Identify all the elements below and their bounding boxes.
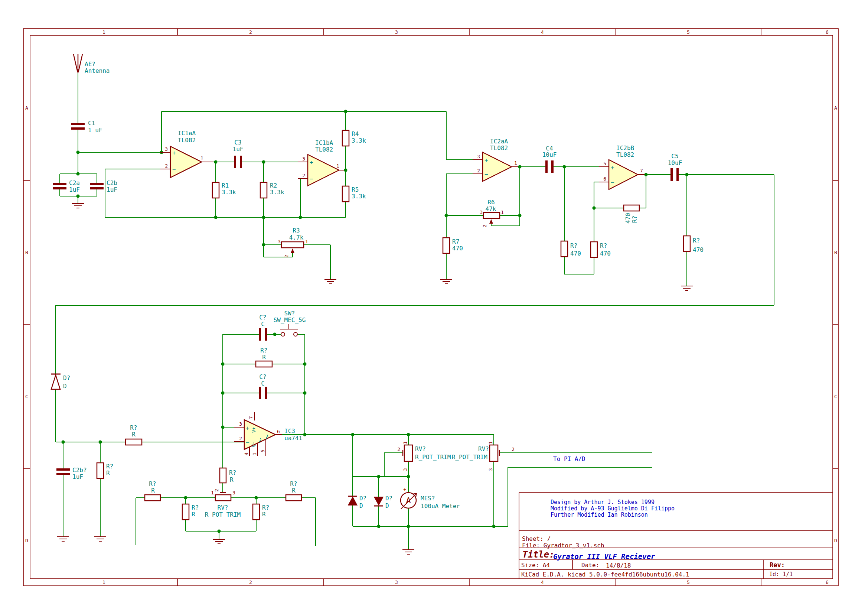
capacitor-cx1[interactable]: C? C bbox=[259, 314, 267, 340]
capacitor-c3[interactable]: C3 1uF bbox=[233, 139, 243, 168]
resistor-r-bottom-left-vertical[interactable]: R? R bbox=[182, 504, 198, 520]
opamp-ic1aa[interactable]: IC1aA TL082 3 2 1 + − bbox=[160, 130, 213, 177]
file-field: File: Gyradtor_3_v1.sch bbox=[522, 542, 604, 549]
opamp-ic3[interactable]: IC3 ua741 3 2 6 7 4 1 5 + − V+ V− bbox=[234, 412, 302, 456]
rvb-pin2: 2 bbox=[214, 489, 219, 492]
comment-line: Modified by A-93 Guglielmo Di Filippo bbox=[550, 505, 674, 512]
row-label: B bbox=[25, 250, 28, 255]
ic2bb-pin6: 6 bbox=[603, 176, 606, 182]
net-label-to-pi-ad: To PI A/D bbox=[553, 455, 586, 462]
rin-value: R bbox=[132, 431, 135, 438]
frame-row-labels: A B C D A B C D bbox=[25, 105, 837, 543]
diode-d0[interactable]: D? D bbox=[51, 374, 70, 390]
rin-ref: R? bbox=[130, 424, 137, 431]
trimpot-rv2-vertical[interactable]: 1 3 2 RV? R_POT_TRIM bbox=[452, 441, 515, 471]
meter-plus: + bbox=[403, 487, 406, 492]
resistor-r-bottom-left-horizontal[interactable]: R? R bbox=[145, 480, 160, 501]
comment-line: Further Modified Ian Robinson bbox=[550, 511, 648, 518]
ic2bb-pin5: 5 bbox=[603, 161, 606, 166]
c2a-value: 1uF bbox=[69, 186, 80, 193]
antenna-ae[interactable]: AE? Antenna bbox=[73, 54, 110, 74]
trimpot-rv1-vertical[interactable]: 1 3 2 RV? R_POT_TRIM bbox=[397, 441, 451, 471]
cx1-ref: C? bbox=[259, 314, 266, 321]
date-value: 14/8/18 bbox=[606, 562, 631, 569]
resistor-r470-b[interactable]: R? 470 bbox=[591, 242, 611, 257]
size-field: Size: A4 bbox=[521, 562, 550, 569]
col-label: 3 bbox=[395, 30, 398, 35]
r7-ref: R7 bbox=[452, 238, 459, 245]
capacitor-c2b[interactable]: C2b 1uF bbox=[90, 179, 117, 193]
resistor-r4[interactable]: R4 3.3k bbox=[342, 131, 366, 146]
r470b-ref: R? bbox=[600, 242, 607, 249]
ic2bb-plus: + bbox=[611, 164, 614, 171]
rvb-value: R_POT_TRIM bbox=[205, 511, 240, 518]
r470a-value: 470 bbox=[570, 250, 581, 257]
ic2aa-minus: − bbox=[485, 171, 488, 178]
row-label: B bbox=[834, 250, 837, 255]
ic3-pin4: 4 bbox=[243, 452, 249, 455]
row-label: C bbox=[834, 394, 837, 399]
capacitor-c5[interactable]: C5 10uF bbox=[668, 153, 682, 181]
meter-mes[interactable]: A + MES? 100uA Meter bbox=[401, 487, 460, 510]
d1-ref: D? bbox=[360, 495, 366, 502]
capacitor-c4[interactable]: C4 10uF bbox=[542, 145, 557, 173]
rv1-pin3: 3 bbox=[403, 468, 408, 471]
opamp-ic2aa[interactable]: IC2aA TL082 3 2 1 + − bbox=[473, 138, 518, 181]
sheet-field: Sheet: / bbox=[522, 535, 550, 542]
resistor-r470-c[interactable]: R? 470 bbox=[684, 236, 704, 253]
ic1aa-value: TL082 bbox=[178, 137, 196, 144]
resistor-r-left-vertical[interactable]: R? R bbox=[97, 463, 113, 479]
resistor-r2[interactable]: R2 3.3k bbox=[260, 182, 284, 198]
resistor-r470-a[interactable]: R? 470 bbox=[561, 241, 581, 257]
ic3-pin3: 3 bbox=[239, 421, 242, 427]
resistor-r-input-horizontal[interactable]: R? R bbox=[126, 424, 142, 445]
potentiometer-r6[interactable]: R6 47k 3 1 2 bbox=[480, 199, 504, 227]
rv2-pin1: 1 bbox=[488, 441, 493, 444]
resistor-r5[interactable]: R5 3.3k bbox=[342, 186, 366, 202]
ic2aa-ref: IC2aA bbox=[490, 138, 508, 145]
kicad-version: KiCad E.D.A. kicad 5.0.0-fee4fd166ubuntu… bbox=[521, 571, 690, 578]
ic2bb-ref: IC2bB bbox=[616, 145, 634, 152]
r4-ref: R4 bbox=[352, 131, 359, 137]
diode-d1[interactable]: D? D bbox=[348, 495, 366, 509]
capacitor-c2bq[interactable]: C2b? 1uF bbox=[56, 466, 87, 480]
ic2bb-minus: − bbox=[611, 179, 614, 186]
opamp-ic1ba[interactable]: IC1bA TL082 3 2 1 + − bbox=[298, 139, 344, 186]
resistor-rx-feedback[interactable]: R? R bbox=[256, 347, 272, 367]
sw-ref: SW? bbox=[284, 310, 295, 317]
trimpot-rvb-horizontal[interactable]: 1 3 RV? R_POT_TRIM bbox=[205, 490, 240, 518]
resistor-r470-feedback[interactable]: 470 R? bbox=[624, 205, 639, 224]
resistor-r-above-trimpot[interactable]: R? R 2 bbox=[214, 468, 236, 492]
switch-sw-mec-5g[interactable]: SW? SW_MEC_5G bbox=[274, 310, 306, 336]
col-label: 5 bbox=[687, 580, 690, 585]
capacitor-cx2[interactable]: C? C bbox=[259, 373, 267, 399]
ic1ba-pin2: 2 bbox=[302, 173, 305, 178]
ic2aa-pin1: 1 bbox=[514, 160, 517, 166]
sheet-id: Id: 1/1 bbox=[769, 571, 793, 578]
resistor-r7[interactable]: R7 470 bbox=[443, 238, 463, 253]
resistor-r-bottom-right-vertical[interactable]: R? R bbox=[253, 504, 269, 520]
opamp-ic2bb[interactable]: IC2bB TL082 5 6 7 + − bbox=[599, 145, 645, 190]
col-label: 2 bbox=[249, 580, 252, 585]
r470fb-ref: R? bbox=[631, 216, 638, 223]
row-label: D bbox=[25, 538, 28, 543]
diode-d2[interactable]: D? D bbox=[374, 495, 392, 509]
title-block: Design by Arthur J. Stokes 1999 Modified… bbox=[519, 493, 833, 579]
resistor-r1[interactable]: R1 3.3k bbox=[212, 182, 236, 198]
c1-ref: C1 bbox=[88, 120, 95, 127]
ic3-pin1: 1 bbox=[252, 452, 257, 455]
rv2-pin3: 3 bbox=[488, 468, 493, 471]
r470fb-value: 470 bbox=[625, 213, 631, 224]
resistor-r-bottom-right-horizontal[interactable]: R? R bbox=[286, 480, 301, 501]
r470a-ref: R? bbox=[570, 242, 577, 249]
c2bq-value: 1uF bbox=[72, 473, 83, 480]
capacitor-c2a[interactable]: C2a 1uF bbox=[53, 179, 80, 193]
c2b-ref: C2b bbox=[107, 179, 117, 187]
ic1ba-minus: − bbox=[310, 175, 313, 182]
rv2-ref: RV? bbox=[478, 445, 489, 452]
capacitor-c1[interactable]: C1 1 uF bbox=[71, 120, 102, 134]
r7-value: 470 bbox=[452, 245, 463, 252]
rlv-value: R bbox=[106, 469, 110, 477]
ic1aa-minus: − bbox=[172, 166, 176, 173]
d1-value: D bbox=[360, 502, 363, 509]
